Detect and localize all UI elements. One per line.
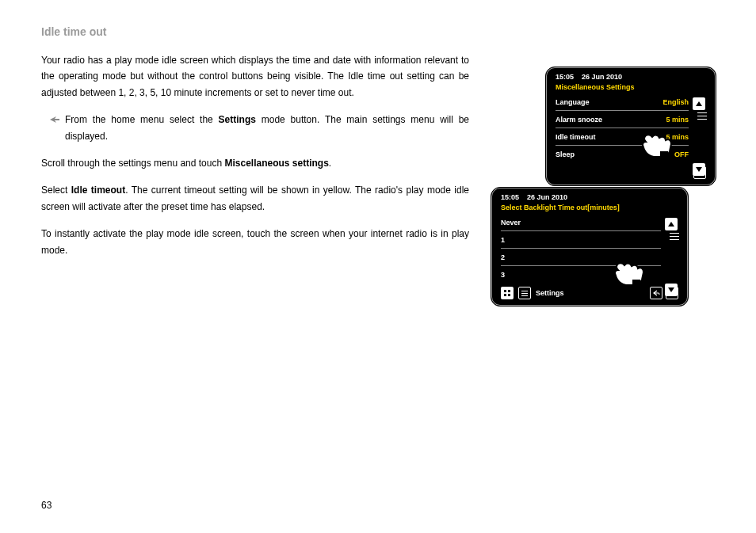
paragraph-2: Scroll through the settings menu and tou… — [41, 155, 469, 171]
row-label: Language — [556, 98, 590, 106]
list-item[interactable]: Alarm snooze 5 mins — [556, 111, 689, 128]
back-button[interactable] — [650, 287, 662, 299]
scroll-down-button[interactable] — [665, 284, 678, 296]
screen-heading: Select Backlight Time out[minutes] — [501, 204, 620, 211]
svg-rect-6 — [521, 293, 528, 294]
paragraph-3: Select Idle timeout. The current timeout… — [41, 182, 469, 215]
intro-paragraph: Your radio has a play mode idle screen w… — [41, 52, 469, 101]
body-text: Your radio has a play mode idle screen w… — [41, 52, 469, 258]
pointer-icon — [49, 113, 60, 129]
list-item[interactable]: Idle timeout 5 mins — [556, 128, 689, 146]
breadcrumb-label: Settings — [536, 289, 564, 297]
scroll-track — [670, 233, 673, 281]
svg-rect-5 — [521, 291, 528, 291]
status-time: 15:05 — [556, 73, 574, 81]
scroll-track — [697, 112, 701, 161]
row-value: English — [662, 98, 689, 106]
scroll-down-button[interactable] — [693, 163, 705, 176]
paragraph-4: To instantly activate the play mode idle… — [41, 226, 469, 258]
grid-button[interactable] — [501, 287, 514, 299]
row-label: Alarm snooze — [556, 116, 602, 124]
list-item[interactable]: 3 — [501, 266, 661, 284]
svg-rect-2 — [508, 290, 510, 292]
screen-heading: Miscellaneous Settings — [556, 83, 635, 91]
row-label: 2 — [501, 253, 505, 261]
row-value: OFF — [674, 150, 689, 158]
status-bar: 15:05 26 Jun 2010 — [494, 191, 685, 203]
page-number: 63 — [41, 500, 52, 511]
row-label: 3 — [501, 271, 505, 279]
row-label: Idle timeout — [556, 133, 596, 141]
list-item[interactable]: Language English — [556, 93, 689, 111]
device-screen-timeout-select: 15:05 26 Jun 2010 Select Backlight Time … — [491, 187, 689, 306]
status-bar: 15:05 26 Jun 2010 — [549, 70, 712, 82]
settings-list: Language English Alarm snooze 5 mins Idl… — [549, 93, 695, 163]
list-item[interactable]: Never — [501, 214, 661, 231]
row-label: Sleep — [556, 150, 575, 158]
status-time: 15:05 — [501, 193, 519, 201]
timeout-list: Never 1 2 3 — [494, 214, 667, 284]
row-label: 1 — [501, 236, 505, 244]
row-value: 5 mins — [666, 133, 689, 141]
list-item[interactable]: Sleep OFF — [556, 146, 689, 163]
row-label: Never — [501, 219, 521, 227]
scroll-up-button[interactable] — [693, 97, 705, 110]
list-mode-button[interactable] — [518, 287, 531, 299]
svg-rect-4 — [508, 294, 510, 296]
status-date: 26 Jun 2010 — [582, 73, 622, 81]
svg-rect-3 — [504, 294, 506, 296]
device-screen-misc-settings: 15:05 26 Jun 2010 Miscellaneous Settings… — [545, 67, 716, 186]
list-item[interactable]: 1 — [501, 231, 661, 249]
list-item[interactable]: 2 — [501, 249, 661, 266]
step-1: From the home menu select the Settings m… — [41, 112, 469, 144]
svg-rect-7 — [521, 295, 528, 296]
page-title: Idle time out — [41, 25, 715, 38]
status-date: 26 Jun 2010 — [527, 193, 567, 201]
row-value: 5 mins — [666, 116, 689, 124]
scroll-up-button[interactable] — [665, 218, 678, 230]
svg-rect-1 — [504, 290, 506, 292]
